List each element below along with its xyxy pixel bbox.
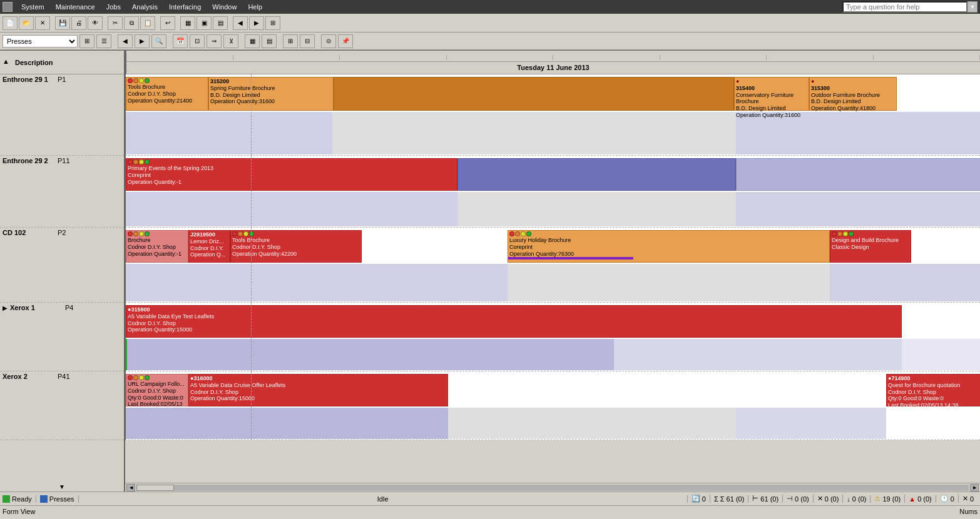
schedule-btn[interactable]: 📅 bbox=[173, 34, 188, 48]
scroll-down-btn[interactable]: ▼ bbox=[59, 483, 65, 490]
gantt-bar-lightblue1[interactable] bbox=[736, 158, 980, 191]
close-btn[interactable]: ✕ bbox=[35, 16, 50, 30]
idle-status: Idle bbox=[79, 495, 688, 503]
gantt-bar-a5-cruise[interactable]: ●316000 A5 Variable Data Cruise Offer Le… bbox=[188, 374, 448, 406]
menu-analysis[interactable]: Analysis bbox=[127, 2, 163, 12]
bg-bar bbox=[830, 264, 980, 301]
filter-arrow-btn[interactable]: ⇒ bbox=[207, 34, 222, 48]
press-xerox1: P4 bbox=[65, 304, 73, 311]
lock-btn[interactable]: ⊝ bbox=[321, 34, 336, 48]
arrow-right-value: 61 (0) bbox=[760, 495, 778, 503]
menu-jobs[interactable]: Jobs bbox=[101, 2, 126, 12]
bg-bar bbox=[126, 264, 508, 301]
gantt-bar-outdoor-furniture[interactable]: ● 315300 Outdoor Furniture Brochure B.D.… bbox=[809, 77, 897, 111]
gantt-bar-brochure-pink[interactable]: Brochure Codnor D.I.Y. Shop Operation Qu… bbox=[126, 230, 188, 263]
scrollbar-track[interactable] bbox=[136, 485, 969, 491]
view-list-btn[interactable]: ☰ bbox=[96, 34, 111, 48]
bg-bar bbox=[126, 408, 448, 439]
gantt-scroll-area[interactable]: Tools Brochure Codnor D.I.Y. Shop Operat… bbox=[125, 74, 980, 483]
x-count-value: 0 bbox=[970, 495, 974, 503]
menu-help[interactable]: Help bbox=[243, 2, 267, 12]
bg-bar bbox=[457, 192, 736, 226]
open-btn[interactable]: 📂 bbox=[19, 16, 34, 30]
filter-btn[interactable]: ⊻ bbox=[223, 34, 238, 48]
list-view-btn[interactable]: ▤ bbox=[262, 34, 277, 48]
sigma-status: ΣΣ 61 (0) bbox=[710, 495, 748, 503]
gantt-bar-a5-eye-test[interactable]: ●315900 A5 Variable Data Eye Test Leafle… bbox=[126, 305, 902, 338]
press-enthrone29-2: P11 bbox=[58, 157, 70, 164]
left-row-enthrone29-2: Enthrone 29 2 P11 bbox=[0, 156, 124, 228]
nav1-btn[interactable]: ◀ bbox=[233, 16, 248, 30]
preview-btn[interactable]: 👁 bbox=[88, 16, 103, 30]
gantt-row-enthrone29-1: Tools Brochure Codnor D.I.Y. Shop Operat… bbox=[125, 74, 980, 156]
new-btn[interactable]: 📄 bbox=[3, 16, 18, 30]
gantt-bar-design-build[interactable]: Design and Build Brochure Classic Design bbox=[830, 230, 911, 263]
left-header: ▲ Description bbox=[0, 51, 124, 74]
gantt-bar-j2819500[interactable]: J2819500 Lemon Driz... Codnor D.I.Y. Ope… bbox=[188, 230, 230, 263]
help-dropdown-btn[interactable]: ▼ bbox=[967, 1, 977, 13]
warning-value: 19 (0) bbox=[882, 495, 901, 503]
warning-status: ⚠19 (0) bbox=[870, 495, 905, 503]
app-icon bbox=[3, 2, 13, 12]
gantt-bar-dark-orange[interactable] bbox=[334, 77, 734, 111]
bg-bar bbox=[126, 192, 457, 226]
zoom-out-btn[interactable]: ⊟ bbox=[300, 34, 315, 48]
zoom-in-btn[interactable]: ⊞ bbox=[283, 34, 298, 48]
machine-cd102: CD 102 bbox=[3, 229, 53, 236]
gantt-bar-primary-events[interactable]: Primary Events of the Spring 2013 Corepr… bbox=[126, 158, 457, 191]
gantt-bar-spring-furniture[interactable]: 315200 Spring Furniture Brochure B.D. De… bbox=[208, 77, 334, 111]
scroll-left-btn[interactable]: ◀ bbox=[126, 484, 135, 491]
gantt-bar-tools-brochure-cd[interactable]: Tools Brochure Codnor D.I.Y. Shop Operat… bbox=[230, 230, 362, 263]
gantt-bar-blue1[interactable] bbox=[457, 158, 736, 191]
group-btn[interactable]: ▣ bbox=[197, 16, 212, 30]
menu-maintenance[interactable]: Maintenance bbox=[51, 2, 100, 12]
arrow-left-value: 0 (0) bbox=[795, 495, 809, 503]
scroll-right-btn[interactable]: ▶ bbox=[970, 484, 979, 491]
gantt-row-cd102: Brochure Codnor D.I.Y. Shop Operation Qu… bbox=[125, 228, 980, 303]
undo-btn[interactable]: ↩ bbox=[160, 16, 175, 30]
bg-bar bbox=[902, 339, 980, 370]
toolbar1: 📄 📂 ✕ 💾 🖨 👁 ✂ ⧉ 📋 ↩ ▦ ▣ ▤ ◀ ▶ ⊞ bbox=[0, 14, 980, 33]
gantt-bar-tools-brochure[interactable]: Tools Brochure Codnor D.I.Y. Shop Operat… bbox=[126, 77, 208, 111]
gantt-bar-conservatory[interactable]: ● 315400 Conservatory Furniture Brochure… bbox=[734, 77, 809, 111]
search-btn[interactable]: 🔍 bbox=[151, 34, 166, 48]
help-search-input[interactable] bbox=[842, 1, 967, 13]
pin-btn[interactable]: 📌 bbox=[338, 34, 353, 48]
select-all-btn[interactable]: ▦ bbox=[180, 16, 195, 30]
gantt-bar-luxury-holiday[interactable]: Luxury Holiday Brochure Coreprint Operat… bbox=[508, 230, 830, 263]
scrollbar-thumb[interactable] bbox=[136, 485, 174, 491]
expand-xerox1-btn[interactable]: ▶ bbox=[3, 305, 8, 311]
menu-bar: System Maintenance Jobs Analysis Interfa… bbox=[0, 0, 980, 14]
error-status: ▲0 (0) bbox=[905, 495, 936, 503]
bg-bar bbox=[736, 408, 886, 439]
bg-bar bbox=[508, 264, 830, 301]
menu-system[interactable]: System bbox=[16, 2, 49, 12]
scrollbar-h[interactable]: ◀ ▶ bbox=[125, 483, 980, 491]
bg-bar bbox=[614, 339, 745, 370]
left-panel: ▲ Description Enthrone 29 1 P1 Enthrone … bbox=[0, 51, 125, 491]
date-text: Tuesday 11 June 2013 bbox=[517, 64, 589, 71]
resource-btn[interactable]: ⊡ bbox=[190, 34, 205, 48]
scroll-up-btn[interactable]: ▲ bbox=[3, 58, 13, 68]
paste-btn[interactable]: 📋 bbox=[140, 16, 155, 30]
nav-back-btn[interactable]: ◀ bbox=[118, 34, 133, 48]
cross-status: ✕0 (0) bbox=[814, 495, 844, 503]
save-btn[interactable]: 💾 bbox=[55, 16, 70, 30]
gantt-bar-quest[interactable]: ●714900 Quest for Brochure quotation Cod… bbox=[886, 374, 980, 406]
press-dropdown[interactable]: Presses bbox=[3, 35, 78, 48]
print-btn[interactable]: 🖨 bbox=[71, 16, 86, 30]
menu-interfacing[interactable]: Interfacing bbox=[164, 2, 206, 12]
copy-btn[interactable]: ⧉ bbox=[124, 16, 139, 30]
menu-window[interactable]: Window bbox=[207, 2, 242, 12]
grid-btn[interactable]: ⊞ bbox=[265, 16, 280, 30]
grid-view-btn[interactable]: ▦ bbox=[245, 34, 260, 48]
layout-btn[interactable]: ▤ bbox=[213, 16, 228, 30]
arrow-right-status: ⊢61 (0) bbox=[748, 495, 783, 503]
cut-btn[interactable]: ✂ bbox=[108, 16, 123, 30]
press-enthrone29-1: P1 bbox=[58, 76, 66, 83]
nav-fwd-btn[interactable]: ▶ bbox=[135, 34, 150, 48]
cross-value: 0 (0) bbox=[825, 495, 839, 503]
view-icon-btn[interactable]: ⊞ bbox=[79, 34, 94, 48]
nav2-btn[interactable]: ▶ bbox=[249, 16, 264, 30]
gantt-bar-url-campaign[interactable]: URL Campaign Follo... Codnor D.I.Y. Shop… bbox=[126, 374, 188, 406]
